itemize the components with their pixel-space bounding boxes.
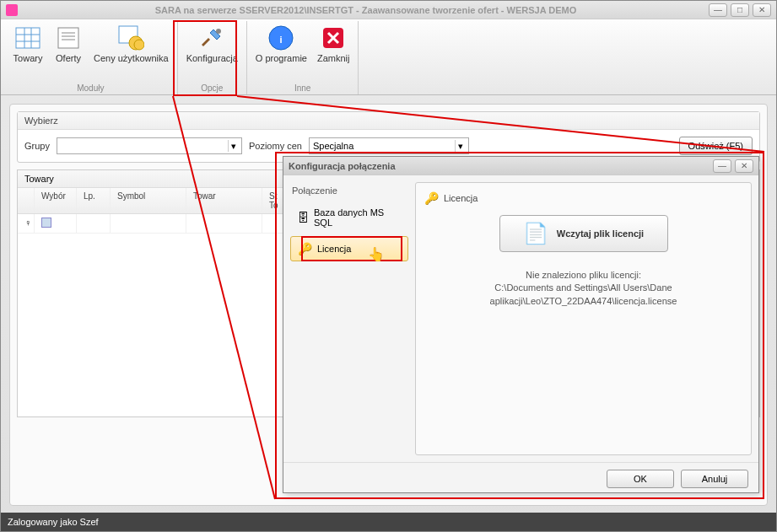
svg-text:i: i — [280, 35, 283, 45]
oprogramie-button[interactable]: i O programie — [251, 21, 312, 67]
database-icon — [297, 211, 309, 224]
svg-rect-5 — [58, 28, 78, 48]
status-text: Zalogowany jako Szef — [8, 517, 99, 527]
col-wybor[interactable]: Wybór — [35, 188, 77, 213]
svg-rect-0 — [16, 28, 40, 48]
ribbon-group-moduly: Towary Oferty Ceny użytkownika Moduły — [4, 21, 178, 94]
poziomy-combo[interactable]: Specjalna ▾ — [309, 137, 469, 154]
poziomy-value: Specjalna — [313, 141, 353, 151]
maximize-button[interactable]: □ — [731, 3, 749, 17]
wybierz-panel: Wybierz Grupy ▾ Poziomy cen Specjalna ▾ … — [17, 111, 760, 163]
cancel-button[interactable]: Anuluj — [681, 470, 748, 488]
towary-button[interactable]: Towary — [8, 21, 48, 67]
dialog-sidebar: Połączenie Baza danych MS SQL Licencja — [290, 182, 408, 455]
ok-button[interactable]: OK — [607, 470, 674, 488]
sidebar-item-database[interactable]: Baza danych MS SQL — [290, 202, 408, 233]
konfiguracja-button[interactable]: Konfiguracja — [181, 21, 243, 67]
key-icon — [298, 242, 312, 255]
col-symbol[interactable]: Symbol — [111, 188, 186, 213]
close-button[interactable]: ✕ — [753, 3, 771, 17]
cursor-icon: 👆 — [368, 246, 385, 262]
status-bar: Zalogowany jako Szef — [1, 513, 776, 531]
panel-title: Licencja — [424, 191, 742, 205]
sidebar-item-license[interactable]: Licencja — [290, 236, 408, 261]
grupy-combo[interactable]: ▾ — [57, 137, 242, 154]
main-title: SARA na serwerze SSERVER2012\INSERTGT - … — [23, 5, 709, 15]
load-license-button[interactable]: Wczytaj plik licencji — [499, 215, 668, 252]
grid-icon — [14, 24, 41, 51]
main-titlebar: SARA na serwerze SSERVER2012\INSERTGT - … — [1, 1, 776, 19]
col-lp[interactable]: Lp. — [77, 188, 111, 213]
svg-point-12 — [216, 29, 221, 34]
dialog-minimize-button[interactable]: — — [713, 159, 731, 173]
ribbon-group-inne: i O programie Zamknij Inne — [247, 21, 359, 94]
key-icon — [424, 191, 439, 205]
col-towar[interactable]: Towar — [186, 188, 262, 213]
ribbon-group-opcje: Konfiguracja Opcje — [178, 21, 247, 94]
info-icon: i — [267, 24, 294, 51]
wybierz-title: Wybierz — [18, 112, 759, 130]
col-indicator[interactable] — [18, 188, 35, 213]
money-grid-icon — [117, 24, 144, 51]
dialog-close-button[interactable]: ✕ — [735, 159, 753, 173]
dialog-titlebar: Konfiguracja połączenia — ✕ — [283, 157, 758, 175]
chevron-down-icon: ▾ — [455, 140, 467, 152]
ceny-button[interactable]: Ceny użytkownika — [89, 21, 174, 67]
oferty-button[interactable]: Oferty — [48, 21, 89, 67]
minimize-button[interactable]: — — [709, 3, 727, 17]
checkbox-icon[interactable] — [41, 218, 51, 228]
tools-icon — [198, 24, 225, 51]
close-red-icon — [320, 24, 347, 51]
sidebar-title: Połączenie — [290, 182, 408, 199]
dialog-title: Konfiguracja połączenia — [289, 161, 713, 171]
dialog-main-panel: Licencja Wczytaj plik licencji Nie znale… — [415, 182, 752, 455]
list-icon — [55, 24, 82, 51]
license-info: Nie znaleziono pliku licencji: C:\Docume… — [424, 269, 742, 308]
svg-point-11 — [134, 40, 144, 50]
sidebar-item-label: Baza danych MS SQL — [314, 207, 402, 228]
poziomy-label: Poziomy cen — [249, 141, 302, 151]
config-dialog: Konfiguracja połączenia — ✕ Połączenie B… — [283, 156, 759, 493]
ribbon: Towary Oferty Ceny użytkownika Moduły Ko… — [1, 19, 776, 95]
app-logo-icon — [6, 4, 18, 16]
chevron-down-icon: ▾ — [228, 140, 240, 152]
grupy-label: Grupy — [24, 141, 50, 151]
sidebar-item-label: Licencja — [317, 244, 351, 254]
zamknij-button[interactable]: Zamknij — [312, 21, 355, 67]
dialog-footer: OK Anuluj — [283, 462, 758, 495]
document-icon — [523, 222, 548, 245]
refresh-button[interactable]: Odśwież (F5) — [679, 137, 753, 155]
